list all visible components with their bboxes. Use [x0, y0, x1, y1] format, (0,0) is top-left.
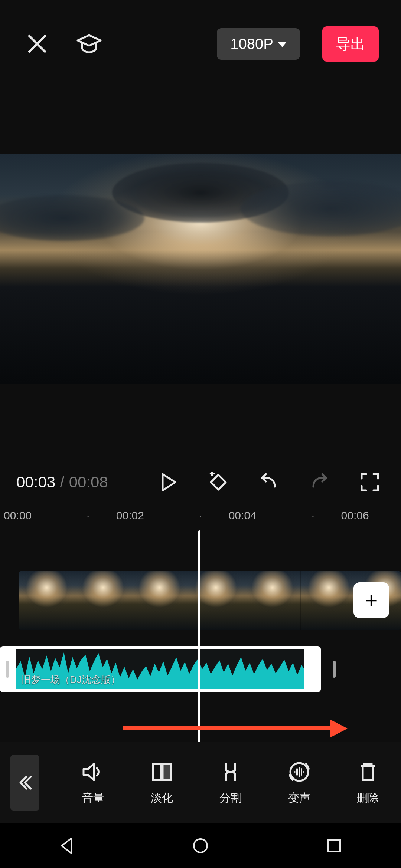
- svg-rect-2: [153, 764, 161, 780]
- top-bar: 1080P 导出: [0, 10, 401, 77]
- tool-label: 变声: [288, 790, 310, 806]
- ruler-tick: 00:00: [4, 509, 60, 522]
- video-frame-thumb: [301, 571, 357, 630]
- preview-cloud-decor: [241, 181, 401, 236]
- status-bar: [0, 0, 401, 10]
- tool-volume[interactable]: 音量: [60, 760, 127, 806]
- svg-rect-3: [163, 764, 171, 780]
- export-button[interactable]: 导出: [322, 26, 379, 62]
- tool-voice-change[interactable]: 变声: [266, 760, 332, 806]
- export-label: 导出: [336, 36, 365, 52]
- audio-trim-handle-right[interactable]: [333, 661, 336, 678]
- tool-label: 音量: [82, 790, 104, 806]
- close-button[interactable]: [22, 29, 52, 59]
- svg-text:+: +: [211, 472, 215, 478]
- play-icon: [157, 472, 178, 493]
- redo-button[interactable]: [304, 467, 334, 497]
- keyframe-button[interactable]: +: [203, 467, 233, 497]
- tool-delete[interactable]: 删除: [335, 760, 401, 806]
- nav-home-button[interactable]: [191, 836, 210, 855]
- nav-back-icon: [57, 836, 76, 855]
- tool-fade[interactable]: 淡化: [129, 760, 195, 806]
- redo-icon: [309, 472, 330, 493]
- graduation-cap-icon: [76, 34, 102, 54]
- ruler-dot: ·: [60, 509, 116, 522]
- resolution-label: 1080P: [230, 36, 273, 52]
- voice-change-icon: [287, 760, 311, 784]
- preview-area: [0, 77, 401, 460]
- ruler-tick: 00:06: [341, 509, 397, 522]
- plus-icon: +: [365, 588, 378, 613]
- nav-recent-icon: [325, 836, 344, 855]
- toolbar-back-button[interactable]: [10, 755, 39, 811]
- edit-toolbar: 音量 淡化 分割 变声 删除: [0, 742, 401, 823]
- split-icon: [219, 760, 242, 784]
- audio-waveform: 旧梦一场（DJ沈念版）: [16, 649, 304, 689]
- total-duration: 00:08: [69, 473, 108, 491]
- undo-icon: [258, 472, 279, 493]
- delete-icon: [356, 760, 380, 784]
- tool-label: 淡化: [151, 790, 173, 806]
- video-preview[interactable]: [0, 154, 401, 384]
- resolution-selector[interactable]: 1080P: [217, 28, 300, 60]
- annotation-arrow: [123, 720, 346, 736]
- fullscreen-button[interactable]: [355, 467, 385, 497]
- audio-track[interactable]: 旧梦一场（DJ沈念版）: [0, 646, 321, 692]
- chevron-left-double-icon: [17, 775, 33, 791]
- play-button[interactable]: [153, 467, 183, 497]
- keyframe-icon: +: [208, 472, 229, 493]
- tool-label: 分割: [219, 790, 242, 806]
- playback-controls: 00:03 / 00:08 +: [0, 460, 401, 504]
- video-track[interactable]: [19, 571, 401, 630]
- time-ruler: 00:00 · 00:02 · 00:04 · 00:06: [0, 504, 401, 527]
- video-frame-thumb: [131, 571, 188, 630]
- chevron-down-icon: [278, 42, 287, 47]
- current-time: 00:03: [16, 473, 55, 491]
- close-icon: [27, 34, 47, 54]
- audio-trim-handle-left[interactable]: [6, 661, 9, 678]
- volume-icon: [81, 760, 105, 784]
- add-clip-button[interactable]: +: [353, 582, 389, 618]
- nav-back-button[interactable]: [57, 836, 76, 855]
- svg-rect-6: [328, 840, 340, 852]
- system-nav-bar: [0, 823, 401, 868]
- fullscreen-icon: [359, 472, 380, 493]
- ruler-tick: 00:04: [229, 509, 285, 522]
- nav-recent-button[interactable]: [325, 836, 344, 855]
- time-separator: /: [57, 473, 68, 491]
- tutorial-button[interactable]: [74, 29, 104, 59]
- ruler-dot: ·: [172, 509, 228, 522]
- nav-home-icon: [191, 836, 210, 855]
- video-frame-thumb: [244, 571, 301, 630]
- time-display: 00:03 / 00:08: [16, 473, 108, 491]
- video-frame-thumb: [75, 571, 131, 630]
- fade-icon: [150, 760, 174, 784]
- tool-split[interactable]: 分割: [198, 760, 264, 806]
- svg-point-5: [194, 839, 207, 852]
- ruler-dot: ·: [285, 509, 341, 522]
- audio-track-name: 旧梦一场（DJ沈念版）: [22, 673, 120, 686]
- tool-label: 删除: [357, 790, 379, 806]
- undo-button[interactable]: [254, 467, 284, 497]
- ruler-tick: 00:02: [116, 509, 172, 522]
- video-frame-thumb: [19, 571, 75, 630]
- video-frame-thumb: [188, 571, 244, 630]
